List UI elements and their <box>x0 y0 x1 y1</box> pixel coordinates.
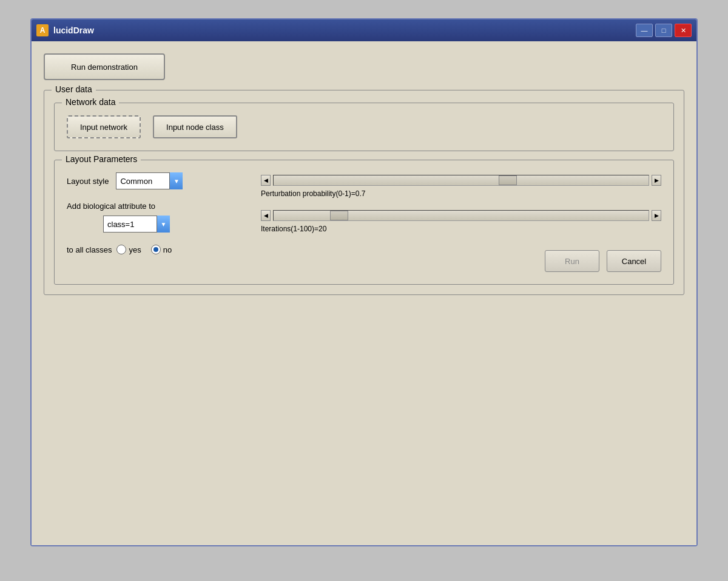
layout-style-select[interactable]: Common Spring Circular Random <box>116 172 183 189</box>
iterations-left-arrow[interactable]: ◀ <box>261 210 271 221</box>
run-button[interactable]: Run <box>545 250 599 272</box>
network-data-label: Network data <box>62 97 119 107</box>
perturbation-right-arrow[interactable]: ▶ <box>652 175 661 186</box>
user-data-group: User data Network data Input network Inp… <box>44 90 684 295</box>
perturbation-label: Perturbation probability(0-1)=0.7 <box>261 189 661 198</box>
layout-params-label: Layout Parameters <box>62 154 141 164</box>
layout-style-label: Layout style <box>67 177 109 186</box>
perturbation-slider-thumb[interactable] <box>499 175 517 185</box>
bio-attr-label: Add biological attribute to <box>67 202 237 211</box>
input-network-button[interactable]: Input network <box>67 115 141 138</box>
network-data-inner: Input network Input node class <box>67 115 661 138</box>
yes-radio-item[interactable]: yes <box>116 245 141 254</box>
user-data-label: User data <box>52 84 96 94</box>
iterations-slider-track: ◀ ▶ <box>261 210 661 221</box>
network-data-group: Network data Input network Input node cl… <box>54 103 674 151</box>
perturbation-slider-container: ◀ ▶ Perturbation probability(0-1)=0.7 <box>261 175 661 198</box>
yes-radio-label: yes <box>129 245 141 254</box>
iterations-slider-container: ◀ ▶ Iterations(1-100)=20 <box>261 210 661 233</box>
layout-params-group: Layout Parameters Layout style Common Sp… <box>54 160 674 285</box>
cancel-button[interactable]: Cancel <box>607 250 661 272</box>
layout-style-combo-wrapper: Common Spring Circular Random ▼ <box>116 172 183 189</box>
perturbation-left-arrow[interactable]: ◀ <box>261 175 271 186</box>
no-radio-circle[interactable] <box>151 245 161 254</box>
close-button[interactable]: ✕ <box>675 24 692 37</box>
title-bar-left: A lucidDraw <box>36 24 94 36</box>
to-all-classes-label: to all classes <box>67 245 112 254</box>
class-combo-wrapper: class=1 class=2 class=3 ▼ <box>103 216 170 233</box>
class-select[interactable]: class=1 class=2 class=3 <box>103 216 170 233</box>
no-radio-item[interactable]: no <box>151 245 172 254</box>
iterations-right-arrow[interactable]: ▶ <box>652 210 661 221</box>
perturbation-slider-bar[interactable] <box>273 175 649 186</box>
title-bar-controls: — □ ✕ <box>636 24 692 37</box>
layout-right: ◀ ▶ Perturbation probability(0-1)=0.7 <box>261 172 661 272</box>
minimize-button[interactable]: — <box>636 24 653 37</box>
yes-no-radio-group: yes no <box>116 245 172 254</box>
to-all-classes-row: to all classes yes no <box>67 245 237 254</box>
app-icon: A <box>36 24 49 36</box>
yes-radio-circle[interactable] <box>116 245 126 254</box>
maximize-button[interactable]: □ <box>655 24 672 37</box>
input-node-class-button[interactable]: Input node class <box>153 115 237 138</box>
main-window: A lucidDraw — □ ✕ Run demonstration User… <box>30 18 698 546</box>
bio-attr-section: Add biological attribute to class=1 clas… <box>67 202 237 233</box>
window-title: lucidDraw <box>53 25 94 35</box>
window-body: Run demonstration User data Network data… <box>32 41 696 545</box>
layout-params-inner: Layout style Common Spring Circular Rand… <box>67 172 661 272</box>
layout-left: Layout style Common Spring Circular Rand… <box>67 172 237 272</box>
bottom-buttons: Run Cancel <box>261 250 661 272</box>
layout-style-row: Layout style Common Spring Circular Rand… <box>67 172 237 189</box>
no-radio-label: no <box>163 245 172 254</box>
run-demonstration-button[interactable]: Run demonstration <box>44 53 165 80</box>
iterations-slider-bar[interactable] <box>273 210 649 221</box>
title-bar: A lucidDraw — □ ✕ <box>32 19 696 41</box>
iterations-label: Iterations(1-100)=20 <box>261 225 661 233</box>
perturbation-slider-track: ◀ ▶ <box>261 175 661 186</box>
iterations-slider-thumb[interactable] <box>330 211 348 220</box>
